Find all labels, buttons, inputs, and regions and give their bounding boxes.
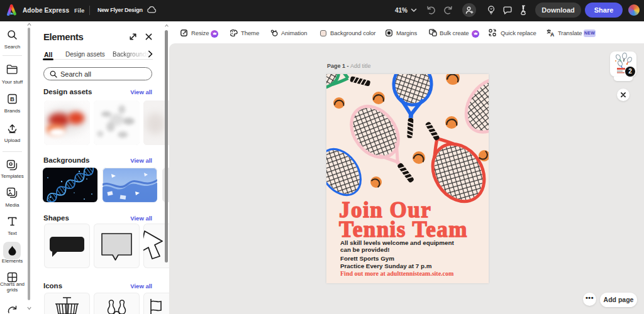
svg-text:Forett Sports Gym: Forett Sports Gym <box>340 255 394 262</box>
svg-text:Find out more at adulttenniste: Find out more at adulttennisteam.site.co… <box>340 270 454 277</box>
svg-text:Practice Every Sunday at 7 p.m: Practice Every Sunday at 7 p.m <box>340 263 432 269</box>
svg-text:can be provided!: can be provided! <box>340 246 389 253</box>
svg-text:B: B <box>10 95 14 102</box>
svg-text:All skill levels welcome and e: All skill levels welcome and equipment <box>340 239 454 246</box>
svg-text:A: A <box>550 31 554 36</box>
svg-text:Tennis Team: Tennis Team <box>339 217 468 242</box>
